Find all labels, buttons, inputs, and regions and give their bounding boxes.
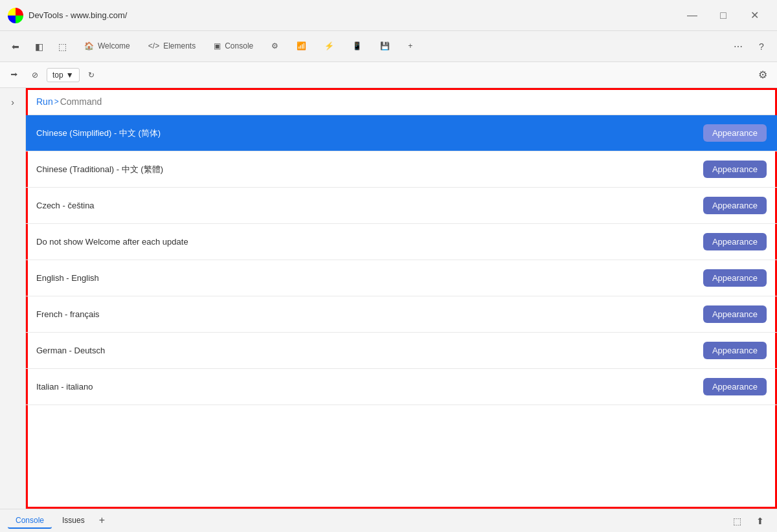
appearance-button[interactable]: Appearance	[703, 124, 767, 142]
tab-memory[interactable]: 💾	[371, 38, 399, 56]
appearance-button[interactable]: Appearance	[703, 305, 767, 323]
tab-add[interactable]: +	[399, 38, 422, 56]
bottom-add-tab[interactable]: +	[95, 513, 109, 529]
appearance-button[interactable]: Appearance	[703, 233, 767, 250]
list-scroll[interactable]: Chinese (Simplified) - 中文 (简体) Appearanc…	[26, 115, 777, 509]
list-item[interactable]: Chinese (Simplified) - 中文 (简体) Appearanc…	[26, 115, 777, 151]
appearance-button[interactable]: Appearance	[703, 269, 767, 287]
bottom-bar: Console Issues + ⬚ ⬆	[0, 509, 777, 532]
top-dropdown[interactable]: top ▼	[47, 68, 80, 82]
maximize-button[interactable]: □	[708, 5, 738, 26]
appearance-button[interactable]: Appearance	[703, 378, 767, 395]
item-label: Chinese (Simplified) - 中文 (简体)	[36, 127, 161, 139]
appearance-button[interactable]: Appearance	[703, 342, 767, 359]
list-item[interactable]: Italian - italiano Appearance	[26, 369, 777, 405]
tab-console[interactable]: ▣ Console	[205, 38, 262, 56]
forward-button[interactable]: ⮕	[5, 66, 23, 84]
list-item[interactable]: Do not show Welcome after each update Ap…	[26, 224, 777, 260]
appearance-button[interactable]: Appearance	[703, 161, 767, 178]
command-input[interactable]	[60, 96, 767, 107]
tab-bar: ⬅ ◧ ⬚ 🏠 Welcome </> Elements ▣ Console ⚙…	[0, 31, 777, 62]
secondary-toolbar: ⮕ ⊘ top ▼ ↻ ⚙	[0, 62, 777, 88]
list-item[interactable]: French - français Appearance	[26, 296, 777, 333]
tab-performance[interactable]: ⚡	[315, 38, 343, 56]
refresh-button[interactable]: ↻	[82, 66, 100, 84]
devtools-panel: Run > Chinese (Simplified) - 中文 (简体) App…	[26, 88, 777, 509]
bottom-tab-console[interactable]: Console	[8, 513, 52, 529]
minimize-button[interactable]: —	[677, 5, 707, 26]
more-options-button[interactable]: ⋯	[728, 36, 749, 57]
window-controls: — □ ✕	[677, 5, 769, 26]
command-bar: Run >	[26, 88, 777, 115]
title-bar: DevTools - www.bing.com/ — □ ✕	[0, 0, 777, 31]
inspect-button[interactable]: ⬚	[52, 36, 73, 57]
tab-sources[interactable]: ⚙	[262, 38, 287, 56]
app-logo	[8, 8, 23, 23]
tab-welcome[interactable]: 🏠 Welcome	[75, 38, 139, 56]
tab-network[interactable]: 📶	[287, 38, 315, 56]
item-label: Do not show Welcome after each update	[36, 237, 188, 247]
bottom-action-2[interactable]: ⬆	[751, 512, 769, 530]
toolbar-right: ⋯ ?	[728, 36, 772, 57]
help-button[interactable]: ?	[751, 36, 772, 57]
list-item[interactable]: English - English Appearance	[26, 260, 777, 296]
tabs: 🏠 Welcome </> Elements ▣ Console ⚙ 📶 ⚡ 📱…	[75, 38, 725, 56]
run-label: Run	[36, 96, 53, 107]
tab-application[interactable]: 📱	[343, 38, 371, 56]
list-item[interactable]: Chinese (Traditional) - 中文 (繁體) Appearan…	[26, 151, 777, 188]
bottom-right: ⬚ ⬆	[728, 512, 769, 530]
item-label: Chinese (Traditional) - 中文 (繁體)	[36, 164, 163, 175]
appearance-button[interactable]: Appearance	[703, 197, 767, 214]
back-button[interactable]: ⬅	[5, 36, 26, 57]
bottom-action-1[interactable]: ⬚	[728, 512, 746, 530]
block-button[interactable]: ⊘	[26, 66, 44, 84]
item-label: Italian - italiano	[36, 382, 93, 392]
tab-elements[interactable]: </> Elements	[139, 38, 205, 56]
bottom-tabs: Console Issues +	[8, 513, 109, 529]
item-label: English - English	[36, 273, 99, 283]
sidebar-toggle[interactable]: ◧	[28, 36, 49, 57]
sidebar: ›	[0, 88, 26, 509]
item-label: French - français	[36, 309, 100, 319]
bottom-tab-issues[interactable]: Issues	[54, 513, 93, 529]
settings-button[interactable]: ⚙	[754, 66, 772, 84]
item-label: German - Deutsch	[36, 346, 105, 355]
list-container: Chinese (Simplified) - 中文 (简体) Appearanc…	[26, 115, 777, 509]
list-item[interactable]: Czech - čeština Appearance	[26, 188, 777, 224]
window-title: DevTools - www.bing.com/	[28, 10, 672, 20]
list-item[interactable]: German - Deutsch Appearance	[26, 333, 777, 369]
expand-button[interactable]: ›	[4, 93, 22, 111]
item-label: Czech - čeština	[36, 201, 95, 210]
main-area: › Run > Chinese (Simplified) - 中文 (简体) A…	[0, 88, 777, 509]
close-button[interactable]: ✕	[739, 5, 769, 26]
chevron-icon: >	[54, 97, 59, 106]
